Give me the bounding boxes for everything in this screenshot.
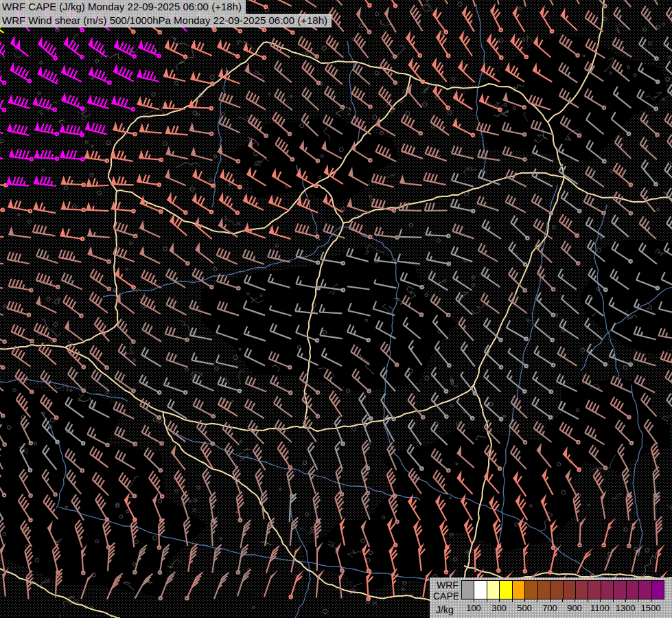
legend-swatch-1 xyxy=(474,581,487,599)
legend-tick xyxy=(512,599,513,602)
legend-tick xyxy=(625,599,626,602)
weather-map-page: WRF CAPE (J/kg) Monday 22-09-2025 06:00 … xyxy=(0,0,672,618)
legend-tick xyxy=(550,599,551,602)
legend-tick xyxy=(575,599,575,602)
legend-colorbar xyxy=(461,580,664,599)
legend-swatch-0 xyxy=(462,581,474,599)
legend-swatch-5 xyxy=(525,581,537,599)
cape-legend: WRF CAPE J/kg 10030050070090011001300150… xyxy=(430,577,672,618)
legend-swatch-12 xyxy=(614,581,626,599)
legend-swatch-3 xyxy=(500,581,512,599)
legend-swatch-7 xyxy=(551,581,563,599)
legend-tick xyxy=(638,599,638,602)
legend-tick-label: 1300 xyxy=(616,603,636,613)
legend-swatch-8 xyxy=(564,581,576,599)
legend-tick-label: 900 xyxy=(567,603,582,613)
legend-swatch-2 xyxy=(487,581,500,599)
legend-swatch-6 xyxy=(538,581,551,599)
legend-tick-label: 100 xyxy=(466,603,481,613)
weather-map[interactable] xyxy=(0,0,672,618)
legend-tick-label: 1100 xyxy=(590,603,610,613)
legend-swatch-10 xyxy=(588,581,601,599)
legend-tick xyxy=(613,599,614,602)
legend-swatch-14 xyxy=(639,581,651,599)
legend-swatch-15 xyxy=(652,581,664,599)
legend-swatch-9 xyxy=(576,581,588,599)
legend-tick xyxy=(562,599,563,602)
legend-tick xyxy=(499,599,500,602)
legend-tick xyxy=(588,599,588,602)
legend-tick xyxy=(474,599,474,602)
map-title-cape: WRF CAPE (J/kg) Monday 22-09-2025 06:00 … xyxy=(0,0,246,14)
legend-tick xyxy=(537,599,537,602)
legend-swatch-11 xyxy=(601,581,614,599)
legend-tick-label: 700 xyxy=(542,603,557,613)
legend-tick-label: 500 xyxy=(517,603,532,613)
legend-tick-label: 1500 xyxy=(641,603,661,613)
legend-tick xyxy=(600,599,601,602)
legend-swatch-4 xyxy=(513,581,525,599)
legend-tick xyxy=(487,599,487,602)
legend-label-cape: CAPE xyxy=(433,591,459,602)
legend-label-unit: J/kg xyxy=(436,605,454,615)
legend-tick-label: 300 xyxy=(491,603,507,613)
map-title-shear: WRF Wind shear (m/s) 500/1000hPa Monday … xyxy=(0,14,332,27)
legend-tick xyxy=(524,599,525,602)
legend-swatch-13 xyxy=(627,581,639,599)
legend-label-wrf: WRF xyxy=(437,580,459,591)
legend-tick xyxy=(651,599,651,602)
